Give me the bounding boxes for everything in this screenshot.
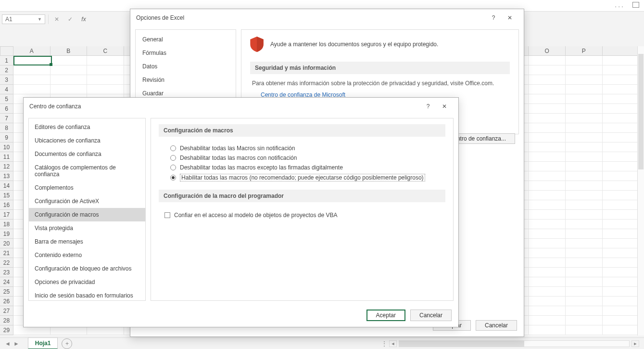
- cell[interactable]: [603, 162, 640, 171]
- cell[interactable]: [529, 133, 566, 142]
- cell[interactable]: [603, 248, 640, 258]
- cell[interactable]: [566, 268, 603, 277]
- vertical-scrollbar[interactable]: [637, 46, 644, 336]
- row-header[interactable]: 15: [0, 191, 13, 200]
- cell[interactable]: [529, 123, 566, 133]
- cell[interactable]: [566, 104, 603, 114]
- cell[interactable]: [603, 325, 640, 335]
- row-header[interactable]: 25: [0, 287, 13, 297]
- row-header[interactable]: 2: [0, 65, 13, 75]
- cell[interactable]: [51, 75, 88, 85]
- options-sidebar-item[interactable]: Datos: [136, 60, 236, 73]
- cell[interactable]: [529, 181, 566, 191]
- trust-sidebar-item[interactable]: Configuración de macros: [29, 208, 145, 221]
- cell[interactable]: [566, 162, 603, 171]
- cell[interactable]: [566, 306, 603, 316]
- cell[interactable]: [603, 133, 640, 142]
- help-button[interactable]: ?: [420, 100, 436, 113]
- cell[interactable]: [566, 142, 603, 152]
- cell[interactable]: [529, 287, 566, 297]
- horizontal-scrollbar[interactable]: ⋮ ◄ ►: [381, 340, 639, 347]
- cell[interactable]: [529, 65, 566, 75]
- row-header[interactable]: 28: [0, 316, 13, 325]
- row-header[interactable]: 13: [0, 171, 13, 181]
- cell[interactable]: [566, 133, 603, 142]
- cell[interactable]: [566, 277, 603, 287]
- cell[interactable]: [566, 316, 603, 325]
- row-header[interactable]: 9: [0, 133, 13, 142]
- cell[interactable]: [529, 210, 566, 220]
- cell[interactable]: [529, 85, 566, 94]
- cell[interactable]: [603, 210, 640, 220]
- chevron-down-icon[interactable]: ▼: [38, 17, 42, 22]
- trust-sidebar-item[interactable]: Complementos: [29, 181, 145, 194]
- sheet-nav[interactable]: ◄►: [0, 340, 24, 347]
- checkbox-icon[interactable]: [164, 212, 170, 218]
- cell[interactable]: [603, 220, 640, 229]
- hscroll-thumb[interactable]: [399, 341, 524, 347]
- cell[interactable]: [529, 171, 566, 181]
- cell[interactable]: [603, 306, 640, 316]
- options-sidebar-item[interactable]: General: [136, 33, 236, 46]
- cell[interactable]: [566, 152, 603, 162]
- row-header[interactable]: 7: [0, 114, 13, 123]
- cell[interactable]: [603, 123, 640, 133]
- cell[interactable]: [566, 248, 603, 258]
- cell[interactable]: [603, 258, 640, 268]
- cell[interactable]: [529, 220, 566, 229]
- cell[interactable]: [529, 200, 566, 210]
- row-header[interactable]: 18: [0, 220, 13, 229]
- column-header[interactable]: B: [51, 46, 88, 56]
- trust-accept-button[interactable]: Aceptar: [366, 310, 405, 321]
- cell[interactable]: [603, 56, 640, 65]
- row-header[interactable]: 8: [0, 123, 13, 133]
- trust-sidebar-item[interactable]: Documentos de confianza: [29, 147, 145, 161]
- cell[interactable]: [13, 85, 51, 94]
- cell[interactable]: [529, 56, 566, 65]
- row-header[interactable]: 14: [0, 181, 13, 191]
- cell[interactable]: [529, 75, 566, 85]
- cell[interactable]: [566, 325, 603, 335]
- cell[interactable]: [566, 65, 603, 75]
- row-header[interactable]: 10: [0, 142, 13, 152]
- trust-sidebar-item[interactable]: Catálogos de complementos de confianza: [29, 161, 145, 181]
- cell[interactable]: [529, 268, 566, 277]
- cell[interactable]: [603, 229, 640, 239]
- cell[interactable]: [51, 85, 88, 94]
- cell[interactable]: [87, 85, 124, 94]
- select-all-corner[interactable]: [0, 46, 13, 56]
- options-sidebar-item[interactable]: Fórmulas: [136, 46, 236, 60]
- cell[interactable]: [51, 65, 88, 75]
- cell[interactable]: [529, 258, 566, 268]
- row-header[interactable]: 21: [0, 248, 13, 258]
- cell[interactable]: [529, 94, 566, 104]
- trust-sidebar-item[interactable]: Vista protegida: [29, 221, 145, 235]
- trust-sidebar-item[interactable]: Barra de mensajes: [29, 235, 145, 248]
- hscroll-left-icon[interactable]: ◄: [389, 340, 397, 347]
- trust-sidebar-item[interactable]: Contenido externo: [29, 248, 145, 262]
- macro-radio-option[interactable]: Deshabilitar todas las Macros sin notifi…: [159, 143, 445, 153]
- cell[interactable]: [603, 75, 640, 85]
- options-sidebar-item[interactable]: Revisión: [136, 73, 236, 87]
- cell[interactable]: [566, 75, 603, 85]
- column-header[interactable]: [603, 46, 640, 56]
- cell[interactable]: [13, 65, 51, 75]
- accept-formula-icon[interactable]: ✓: [65, 14, 76, 24]
- cell[interactable]: [529, 162, 566, 171]
- cell[interactable]: [566, 239, 603, 248]
- cell[interactable]: [603, 239, 640, 248]
- cell[interactable]: [603, 104, 640, 114]
- cell[interactable]: [51, 56, 88, 65]
- trust-sidebar[interactable]: Editores de confianzaUbicaciones de conf…: [28, 118, 146, 301]
- row-header[interactable]: 22: [0, 258, 13, 268]
- cell[interactable]: [566, 191, 603, 200]
- radio-icon[interactable]: [170, 155, 176, 161]
- add-sheet-button[interactable]: +: [62, 338, 72, 349]
- cell[interactable]: [87, 75, 124, 85]
- cell[interactable]: [566, 287, 603, 297]
- cell[interactable]: [529, 104, 566, 114]
- close-button[interactable]: ✕: [436, 100, 453, 113]
- cell[interactable]: [529, 325, 566, 335]
- hscroll-right-icon[interactable]: ►: [631, 340, 639, 347]
- scrollbar-thumb[interactable]: [638, 54, 644, 169]
